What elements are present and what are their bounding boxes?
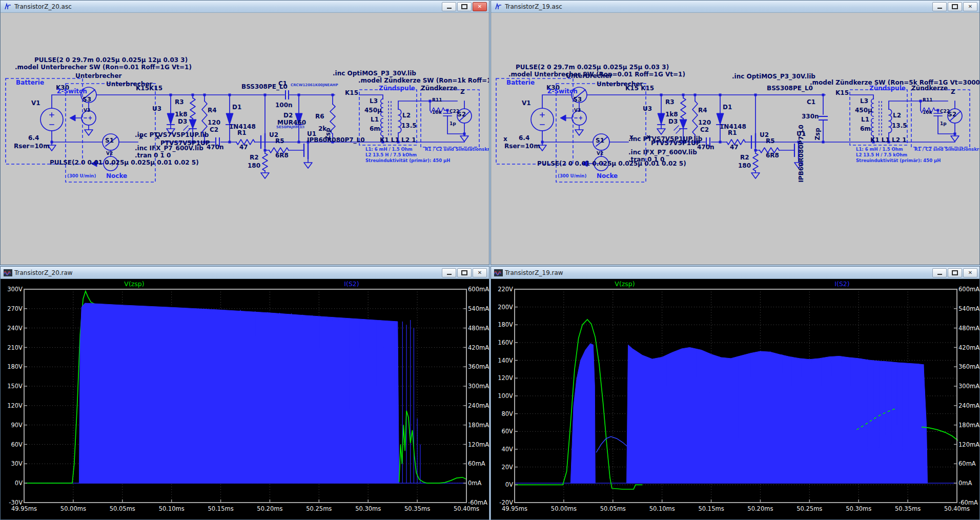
restore-button[interactable] <box>948 268 962 277</box>
svg-text:120mA: 120mA <box>468 441 489 448</box>
schematic-label: Zsp <box>814 128 821 140</box>
schematic-label: L3 <box>370 98 378 105</box>
svg-text:60V: 60V <box>501 428 513 435</box>
schematic-label: V2 <box>597 151 603 156</box>
schematic-label: CRCW12061K00JNEAHP <box>291 84 338 87</box>
close-button[interactable]: ✕ <box>473 268 487 277</box>
svg-text:150V: 150V <box>7 383 23 390</box>
waveform-viewer[interactable]: 220V200V180V160V140V120V100V80V60V40V20V… <box>491 279 979 519</box>
schematic-label: PULSE(2 0 0.01 0.025µ 0.025µ 0.01 0.02 5… <box>537 161 686 167</box>
schematic-label: L2 13.5 H / 7.5 kOhm <box>856 153 907 157</box>
svg-text:120V: 120V <box>498 374 513 382</box>
schematic-label: C1 <box>278 81 287 87</box>
close-button[interactable]: ✕ <box>473 2 487 11</box>
schematic-label: 47 <box>239 144 248 151</box>
schematic-label: R6 <box>315 113 324 120</box>
titlebar[interactable]: TransistorZ_19.asc ✕ <box>491 1 979 13</box>
window-schematic-19: TransistorZ_19.asc ✕ PULSE(2 0 29.7m 0.0… <box>491 0 980 265</box>
svg-text:0V: 0V <box>505 481 513 488</box>
svg-text:360mA: 360mA <box>468 363 489 370</box>
schematic-label: 1p <box>450 122 456 126</box>
svg-text:180V: 180V <box>7 363 23 370</box>
schematic-label: .inc OptiMOS_P3_30V.lib <box>333 70 416 77</box>
schematic-label: R1 / C2 sind Simulationskrücken <box>425 147 489 152</box>
ltspice-schematic-icon <box>494 3 503 11</box>
svg-text:V(zsp): V(zsp) <box>124 280 144 288</box>
svg-text:300V: 300V <box>7 286 23 293</box>
minimize-button[interactable] <box>932 268 947 277</box>
schematic-label: x <box>646 134 650 141</box>
restore-button[interactable] <box>457 268 472 277</box>
svg-text:200V: 200V <box>498 304 513 311</box>
schematic-label: R5 <box>766 138 775 145</box>
minimize-button[interactable] <box>932 2 947 11</box>
schematic-label: V3 <box>574 108 581 113</box>
schematic-label: L3 <box>860 98 868 105</box>
schematic-label: IPB60R080P7_L0 <box>307 137 365 144</box>
window-title: TransistorZ_20.raw <box>14 269 442 276</box>
schematic-label: Z-Switch <box>547 88 578 95</box>
svg-text:0mA: 0mA <box>468 479 482 487</box>
titlebar[interactable]: TransistorZ_19.raw ✕ <box>491 267 979 279</box>
svg-text:50.40ms: 50.40ms <box>454 505 479 512</box>
svg-text:300mA: 300mA <box>468 383 489 390</box>
schematic-label: R11 <box>432 98 442 103</box>
schematic-canvas[interactable]: PULSE(2 0 29.7m 0.025µ 0.025µ 25µ 0.03 3… <box>491 13 979 265</box>
svg-text:300mA: 300mA <box>958 383 979 390</box>
schematic-label: L1 <box>371 116 379 123</box>
schematic-label: L2 <box>402 112 411 119</box>
schematic-label: K15 K15 <box>625 85 654 92</box>
schematic-label: 1k8 <box>665 111 678 118</box>
schematic-label: S2 <box>457 111 466 118</box>
schematic-label: 6m <box>860 126 871 132</box>
schematic-label: C1 <box>807 99 815 106</box>
schematic-label: PULSE(2 0 0.01 0.025µ 0.025µ 0.01 0.02 5… <box>50 159 199 166</box>
schematic-label: 100n <box>275 102 293 109</box>
waveform-plot: 300V270V240V210V180V150V120V90V60V30V0V-… <box>1 279 489 519</box>
schematic-label: Batterie <box>16 79 44 86</box>
restore-button[interactable] <box>948 2 962 11</box>
svg-text:30V: 30V <box>11 460 23 467</box>
schematic-label: R5 <box>275 138 284 145</box>
waveform-plot: 220V200V180V160V140V120V100V80V60V40V20V… <box>491 279 979 519</box>
schematic-canvas[interactable]: PULSE(2 0 29.7m 0.025µ 0.025µ 12µ 0.03 3… <box>1 13 489 265</box>
schematic-label: V2 <box>106 151 113 156</box>
schematic-label: 6.4 <box>28 135 39 142</box>
close-button[interactable]: ✕ <box>963 2 977 11</box>
schematic-label: Z <box>951 89 955 95</box>
waveform-viewer[interactable]: 300V270V240V210V180V150V120V90V60V30V0V-… <box>1 279 489 519</box>
schematic-label: V3 <box>84 108 90 113</box>
svg-text:50.10ms: 50.10ms <box>649 505 675 512</box>
svg-text:600mA: 600mA <box>958 286 979 293</box>
schematic-label: R1 / C2 sind Simulationskrücken <box>914 147 979 152</box>
titlebar[interactable]: TransistorZ_20.asc ✕ <box>1 1 489 13</box>
schematic-label: K15 <box>835 90 849 96</box>
svg-text:50.15ms: 50.15ms <box>208 505 234 512</box>
schematic-label: Zündkerze <box>421 85 457 92</box>
schematic-label: 6m <box>370 126 380 132</box>
svg-text:50.40ms: 50.40ms <box>944 505 970 512</box>
minimize-button[interactable] <box>442 268 456 277</box>
svg-text:50.30ms: 50.30ms <box>846 505 871 512</box>
minimize-button[interactable] <box>442 2 456 11</box>
svg-text:420mA: 420mA <box>468 344 489 351</box>
window-schematic-20: TransistorZ_20.asc ✕ PULSE(2 0 29.7m 0.0… <box>0 0 489 265</box>
schematic-label: Streuinduktivität (primär): 450 µH <box>365 158 450 163</box>
schematic-label: x <box>503 136 507 143</box>
svg-text:180V: 180V <box>498 321 513 328</box>
ltspice-schematic-icon <box>4 3 12 11</box>
schematic-label: D1 <box>723 104 732 111</box>
schematic-label: L1 <box>861 116 869 123</box>
schematic-label: 470n <box>697 144 714 151</box>
schematic-label: PTVS7V5P1UP <box>651 140 701 147</box>
svg-text:50.25ms: 50.25ms <box>306 505 332 512</box>
close-button[interactable]: ✕ <box>963 268 977 277</box>
titlebar[interactable]: TransistorZ_20.raw ✕ <box>1 267 489 279</box>
schematic-label: .model Unterbrecher SW (Ron=0.01 Roff=1G… <box>15 64 192 71</box>
restore-button[interactable] <box>457 2 472 11</box>
schematic-label: L1: 6 mH / 1.5 Ohm <box>365 147 413 152</box>
schematic-label: 1p <box>940 122 947 126</box>
schematic-label: Z-Switch <box>57 88 87 95</box>
svg-text:220V: 220V <box>498 286 513 293</box>
svg-text:50.20ms: 50.20ms <box>747 505 773 512</box>
